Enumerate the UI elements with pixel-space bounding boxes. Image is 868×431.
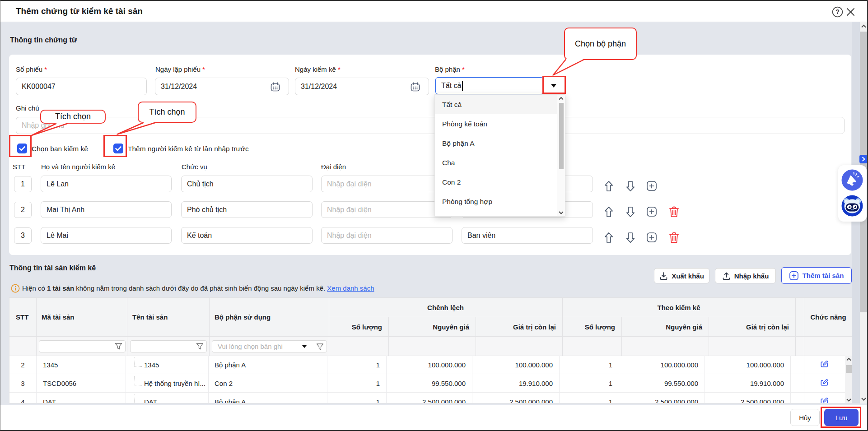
svg-text:?: ? [835, 8, 840, 15]
